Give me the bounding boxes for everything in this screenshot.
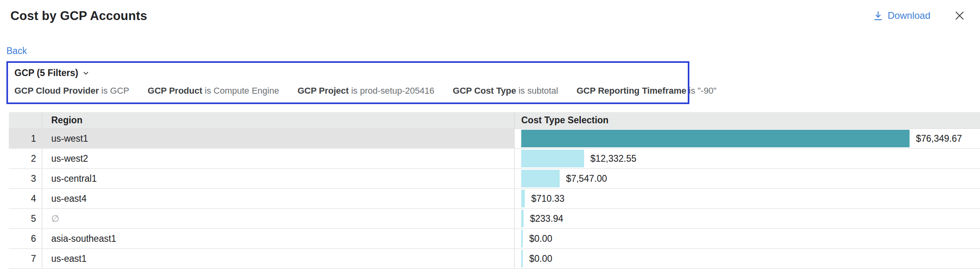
filter-condition: is Compute Engine xyxy=(205,86,279,96)
cost-bar xyxy=(521,150,584,167)
filter-summary-label: GCP (5 Filters) xyxy=(14,68,78,78)
row-cost-cell: $12,332.55 xyxy=(515,149,980,168)
cost-value: $12,332.55 xyxy=(590,153,637,164)
filter-criteria-list: GCP Cloud Provideris GCP GCP Productis C… xyxy=(14,86,681,96)
cost-value: $7,547.00 xyxy=(566,173,607,184)
table-row[interactable]: 6 asia-southeast1 $0.00 xyxy=(9,229,980,249)
back-link[interactable]: Back xyxy=(6,46,27,56)
cost-bar xyxy=(521,190,525,207)
filter-condition: is GCP xyxy=(101,86,129,96)
row-index: 6 xyxy=(9,229,42,248)
row-region: us-central1 xyxy=(42,169,515,188)
download-icon xyxy=(873,10,884,21)
cost-bar xyxy=(521,230,523,247)
region-column-header[interactable]: Region xyxy=(42,112,515,128)
cost-bar xyxy=(521,250,523,267)
filter-field-name: GCP Cloud Provider xyxy=(14,86,99,96)
table-row[interactable]: 1 us-west1 $76,349.67 xyxy=(9,129,980,149)
filter-criterion: GCP Reporting Timeframeis "-90" xyxy=(576,86,717,96)
cost-table: Region Cost Type Selection 1 us-west1 $7… xyxy=(9,112,980,269)
page-title: Cost by GCP Accounts xyxy=(10,9,147,23)
row-cost-cell: $710.33 xyxy=(515,189,980,208)
cost-value: $710.33 xyxy=(531,193,564,204)
table-row[interactable]: 4 us-east4 $710.33 xyxy=(9,189,980,209)
row-index: 1 xyxy=(9,129,42,148)
cost-value: $0.00 xyxy=(529,233,552,244)
cost-bar xyxy=(521,130,910,147)
table-body: 1 us-west1 $76,349.67 2 us-west2 $12,332… xyxy=(9,129,980,269)
cost-value: $233.94 xyxy=(530,213,563,224)
row-region: us-east1 xyxy=(42,249,515,268)
filter-condition: is prod-setup-205416 xyxy=(351,86,434,96)
cost-bar xyxy=(521,210,524,227)
row-index: 4 xyxy=(9,189,42,208)
table-row[interactable]: 7 us-east1 $0.00 xyxy=(9,249,980,269)
cost-column-header[interactable]: Cost Type Selection xyxy=(515,112,980,128)
filter-summary-dropdown[interactable]: GCP (5 Filters) xyxy=(14,68,90,78)
cost-value: $76,349.67 xyxy=(916,133,962,144)
top-bar: Cost by GCP Accounts Download xyxy=(0,0,980,23)
table-row[interactable]: 2 us-west2 $12,332.55 xyxy=(9,149,980,169)
row-region: us-west1 xyxy=(42,129,515,148)
filter-criterion: GCP Cloud Provideris GCP xyxy=(14,86,129,96)
chevron-down-icon xyxy=(82,69,90,77)
cost-value: $0.00 xyxy=(529,253,552,264)
filter-field-name: GCP Project xyxy=(297,86,349,96)
row-cost-cell: $0.00 xyxy=(515,249,980,268)
table-row[interactable]: 3 us-central1 $7,547.00 xyxy=(9,169,980,189)
row-region: us-west2 xyxy=(42,149,515,168)
row-cost-cell: $233.94 xyxy=(515,209,980,228)
filter-box: GCP (5 Filters) GCP Cloud Provideris GCP… xyxy=(6,61,689,104)
filter-criterion: GCP Productis Compute Engine xyxy=(148,86,279,96)
row-cost-cell: $76,349.67 xyxy=(515,129,980,148)
top-actions: Download xyxy=(873,9,966,22)
filter-criterion: GCP Cost Typeis subtotal xyxy=(453,86,558,96)
row-index: 7 xyxy=(9,249,42,268)
row-region: us-east4 xyxy=(42,189,515,208)
cost-bar xyxy=(521,170,560,187)
row-cost-cell: $7,547.00 xyxy=(515,169,980,188)
filter-condition: is subtotal xyxy=(518,86,558,96)
table-row[interactable]: 5 ∅ $233.94 xyxy=(9,209,980,229)
filter-field-name: GCP Cost Type xyxy=(453,86,516,96)
filter-criterion: GCP Projectis prod-setup-205416 xyxy=(297,86,434,96)
row-index: 5 xyxy=(9,209,42,228)
row-region: asia-southeast1 xyxy=(42,229,515,248)
row-number-column-header xyxy=(9,112,42,128)
row-region: ∅ xyxy=(42,209,515,228)
download-label: Download xyxy=(888,10,930,21)
download-button[interactable]: Download xyxy=(873,10,930,21)
row-index: 3 xyxy=(9,169,42,188)
row-cost-cell: $0.00 xyxy=(515,229,980,248)
filter-condition: is "-90" xyxy=(689,86,717,96)
filter-field-name: GCP Product xyxy=(148,86,203,96)
close-icon xyxy=(954,10,966,22)
table-header: Region Cost Type Selection xyxy=(9,112,980,129)
row-index: 2 xyxy=(9,149,42,168)
filter-field-name: GCP Reporting Timeframe xyxy=(576,86,686,96)
close-button[interactable] xyxy=(954,10,966,22)
